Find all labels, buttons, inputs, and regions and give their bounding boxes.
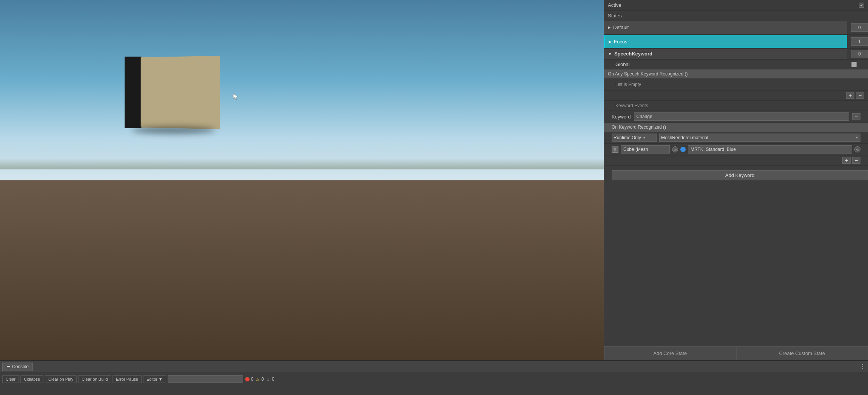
remove-keyword-event-button[interactable]: − bbox=[852, 157, 860, 164]
list-empty-label: List is Empty bbox=[604, 79, 868, 91]
mrtk-blue-circle bbox=[680, 147, 686, 152]
error-pause-button[interactable]: Error Pause bbox=[113, 375, 142, 383]
mrtk-material-name[interactable]: MRTK_Standard_Blue bbox=[688, 145, 852, 154]
error-icon: 🛑 bbox=[245, 377, 250, 382]
default-state-row[interactable]: ▶ Default bbox=[604, 21, 847, 34]
clear-on-build-button[interactable]: Clear on Build bbox=[78, 375, 111, 383]
global-label: Global bbox=[615, 61, 630, 67]
mesh-obj-icon: ⊞ bbox=[612, 146, 618, 153]
console-tab[interactable]: ☰ Console bbox=[2, 363, 33, 371]
bottom-buttons-row: Add Core State Create Custom State bbox=[604, 346, 868, 360]
warning-count-badge: ⚠ 0 bbox=[255, 377, 264, 382]
scene-cube bbox=[125, 49, 219, 132]
keyword-events-label: Keyword Events bbox=[604, 101, 868, 111]
on-any-speech-bar: On Any Speech Keyword Recognized () bbox=[604, 69, 868, 79]
add-core-state-button[interactable]: Add Core State bbox=[604, 346, 736, 360]
cube-side-face bbox=[125, 57, 142, 128]
speech-keyword-value[interactable]: 0 bbox=[851, 50, 868, 58]
add-list-item-button[interactable]: + bbox=[846, 92, 854, 99]
runtime-dropdown-arrow: ▼ bbox=[643, 136, 646, 140]
focus-state-row[interactable]: ▶ Focus bbox=[604, 35, 847, 48]
add-keyword-button[interactable]: Add Keyword bbox=[612, 170, 868, 180]
console-header: ☰ Console ⋮ bbox=[0, 361, 868, 372]
cube-shadow bbox=[132, 126, 215, 134]
create-custom-state-button[interactable]: Create Custom State bbox=[736, 346, 868, 360]
console-toolbar: Clear Collapse Clear on Play Clear on Bu… bbox=[0, 372, 868, 386]
scene-viewport[interactable] bbox=[0, 0, 604, 360]
focus-state-value[interactable]: 1 bbox=[851, 37, 868, 46]
warning-icon: ⚠ bbox=[255, 377, 260, 382]
add-keyword-event-button[interactable]: + bbox=[842, 157, 851, 164]
cube-material-row: ⊞ Cube (Mesh ◎ MRTK_Standard_Blue ◎ bbox=[604, 144, 868, 155]
mesh-dropdown-arrow: ▼ bbox=[855, 136, 859, 140]
scene-horizon bbox=[0, 158, 604, 169]
states-section-label: States bbox=[604, 11, 868, 21]
keyword-input[interactable] bbox=[634, 112, 849, 121]
mesh-renderer-dropdown[interactable]: MeshRenderer.material ▼ bbox=[659, 134, 860, 142]
list-add-remove-row: + − bbox=[604, 91, 868, 101]
editor-dropdown-arrow: ▼ bbox=[159, 377, 163, 381]
global-checkbox[interactable] bbox=[851, 62, 857, 67]
clear-on-play-button[interactable]: Clear on Play bbox=[45, 375, 77, 383]
speech-keyword-triangle: ▼ bbox=[608, 52, 612, 56]
info-count-badge: ℹ 0 bbox=[265, 377, 274, 382]
active-label: Active bbox=[608, 2, 621, 8]
inspector-panel: Active ✓ States ▶ Default 0 ▶ Focus 1 bbox=[604, 0, 868, 360]
focus-state-triangle: ▶ bbox=[609, 40, 612, 44]
runtime-only-dropdown[interactable]: Runtime Only ▼ bbox=[612, 134, 657, 142]
keyword-input-row: Keyword − bbox=[604, 111, 868, 123]
keyword-label: Keyword bbox=[612, 114, 631, 120]
speech-keyword-title: SpeechKeyword bbox=[614, 51, 652, 57]
runtime-mesh-row: Runtime Only ▼ MeshRenderer.material ▼ bbox=[604, 132, 868, 144]
error-count-badge: 🛑 0 bbox=[245, 377, 254, 382]
keyword-event-add-remove-row: + − bbox=[604, 155, 868, 166]
info-icon: ℹ bbox=[265, 377, 271, 382]
mouse-cursor bbox=[233, 94, 239, 101]
global-row: Global bbox=[604, 60, 868, 69]
remove-list-item-button[interactable]: − bbox=[856, 92, 864, 99]
cube-target-circle[interactable]: ◎ bbox=[672, 146, 678, 152]
cube-mesh-name[interactable]: Cube (Mesh bbox=[621, 145, 670, 154]
console-menu-dots[interactable]: ⋮ bbox=[860, 363, 866, 370]
clear-button[interactable]: Clear bbox=[2, 375, 19, 383]
focus-state-label: Focus bbox=[614, 39, 627, 45]
on-keyword-recognized-bar: On Keyword Recognized () bbox=[604, 123, 868, 132]
console-bar: ☰ Console ⋮ Clear Collapse Clear on Play… bbox=[0, 360, 868, 395]
editor-button[interactable]: Editor ▼ bbox=[143, 375, 166, 383]
speech-keyword-section[interactable]: ▼ SpeechKeyword bbox=[604, 49, 847, 59]
keyword-remove-button[interactable]: − bbox=[852, 113, 860, 120]
default-state-value[interactable]: 0 bbox=[851, 23, 868, 32]
mrtk-target-circle[interactable]: ◎ bbox=[854, 146, 860, 152]
svg-marker-0 bbox=[233, 94, 238, 100]
default-state-triangle: ▶ bbox=[608, 25, 611, 29]
scene-ground bbox=[0, 180, 604, 361]
collapse-button[interactable]: Collapse bbox=[20, 375, 43, 383]
active-checkbox[interactable]: ✓ bbox=[859, 3, 864, 8]
cube-front-face bbox=[141, 56, 220, 129]
console-search-input[interactable] bbox=[168, 375, 243, 383]
default-state-label: Default bbox=[613, 25, 629, 30]
active-row: Active ✓ bbox=[604, 0, 868, 11]
